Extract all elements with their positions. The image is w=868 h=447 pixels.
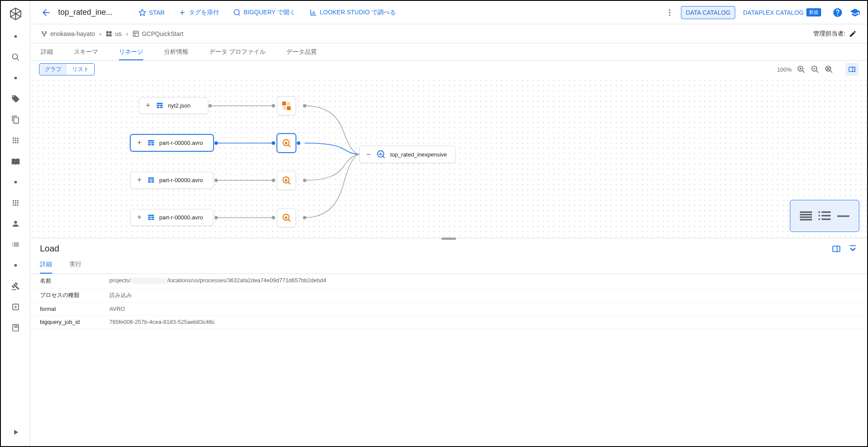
copy-icon[interactable] [10,114,21,125]
legend-list-icon[interactable] [819,211,831,221]
svg-rect-49 [833,246,840,251]
sidebar-dot-3[interactable] [10,177,21,187]
tag-icon[interactable] [10,94,21,104]
back-button[interactable] [37,4,55,21]
svg-point-23 [669,12,670,13]
node-label: part-r-00000.avro [159,177,203,183]
svg-point-27 [44,35,45,36]
tab-quality[interactable]: データ品質 [286,44,317,60]
tab-lineage[interactable]: リネージ [119,44,143,60]
source-node-1[interactable]: + part-r-00000.avro [130,134,214,151]
detail-tabs: 詳細 実行 [30,256,867,274]
fullscreen-icon[interactable] [845,63,858,76]
detail-row: bigquery_job_id 765fe006-257b-4cea-8183-… [30,316,867,329]
source-node-3[interactable]: + part-r-00000.avro [130,209,214,226]
svg-point-16 [13,204,14,206]
svg-point-5 [15,140,16,141]
svg-point-7 [13,142,14,143]
view-list-button[interactable]: リスト [67,64,94,75]
chevron-right-icon: › [126,30,128,37]
legend-line-icon[interactable] [837,211,849,221]
svg-point-0 [12,54,17,59]
view-graph-button[interactable]: グラフ [39,64,67,75]
source-node-0[interactable]: + nyt2.json [139,97,208,114]
collapse-panel-icon[interactable] [848,244,858,254]
zoom-reset-icon[interactable] [825,65,833,74]
star-button[interactable]: STAR [133,6,170,19]
looker-button[interactable]: LOOKER STUDIO で調べる [304,6,401,19]
search-icon[interactable] [10,52,21,62]
topbar: top_rated_ine... STAR タグを添付 BIGQUERY で開く… [30,1,867,24]
svg-point-12 [17,200,18,201]
open-side-icon[interactable] [832,244,841,254]
list-icon[interactable] [10,239,21,250]
breadcrumb-location[interactable]: us [105,30,122,37]
svg-rect-45 [822,215,831,217]
tab-details[interactable]: 詳細 [41,44,53,60]
edge-dot [297,141,300,145]
drag-handle[interactable] [441,238,456,240]
dataplex-catalog-tab[interactable]: DATAPLEX CATALOG新規 [739,6,825,19]
svg-rect-39 [800,214,812,215]
svg-point-8 [15,142,16,143]
process-node-3[interactable] [277,208,296,227]
book-icon[interactable] [10,156,21,166]
lineage-graph[interactable]: + nyt2.json + part-r-00000.avro [30,78,867,238]
gavel-icon[interactable] [10,281,21,291]
detail-row: format AVRO [30,303,867,316]
detail-tab-details[interactable]: 詳細 [40,256,52,274]
breadcrumb: enokawa-hayato › us › GCPQuickStart 管理担当… [30,24,867,43]
target-node[interactable]: − top_rated_inexpensive [359,146,456,163]
learn-icon[interactable] [850,7,860,18]
expand-icon[interactable]: + [136,213,143,222]
detail-table: 名前 projects//locations/us/processes/3632… [30,274,867,329]
expand-icon[interactable]: + [145,101,151,110]
expand-icon[interactable]: + [136,176,143,185]
sidebar [1,1,30,446]
bigquery-button[interactable]: BIGQUERY で開く [228,6,300,19]
process-node-2[interactable] [277,171,296,190]
breadcrumb-project[interactable]: enokawa-hayato [41,30,95,37]
tab-insights[interactable]: 分析情報 [164,44,188,60]
view-toggle: グラフ リスト [39,63,95,75]
edge-dot [303,179,306,182]
kebab-menu-icon[interactable] [662,5,677,20]
person-icon[interactable] [10,219,21,229]
tab-profile[interactable]: データ プロファイル [209,44,266,60]
expand-sidebar-icon[interactable] [10,427,21,437]
legend-dense-icon[interactable] [800,211,812,221]
process-node-1[interactable] [277,134,296,153]
collapse-icon[interactable]: − [365,150,372,159]
svg-rect-33 [853,67,855,72]
svg-point-4 [13,140,14,141]
svg-rect-47 [822,219,831,220]
svg-rect-44 [819,215,820,217]
edge-dot [214,216,218,219]
sidebar-dot-2[interactable] [10,73,21,83]
svg-point-11 [15,200,16,201]
expand-icon[interactable]: + [136,138,143,147]
bookmark-icon[interactable] [10,323,21,333]
help-icon[interactable] [832,7,843,18]
zoom-in-icon[interactable] [797,65,806,74]
process-node-0[interactable] [277,96,296,115]
breadcrumb-dataset[interactable]: GCPQuickStart [132,30,184,37]
detail-tab-runs[interactable]: 実行 [69,256,82,274]
zoom-out-icon[interactable] [811,65,819,74]
edit-icon[interactable] [849,30,857,38]
page-title: top_rated_ine... [58,8,112,17]
sidebar-dot-4[interactable] [10,260,21,271]
grid-icon[interactable] [10,135,21,146]
data-catalog-tab[interactable]: DATA CATALOG [681,6,735,19]
redacted-project [132,278,166,284]
addon-icon[interactable] [10,302,21,312]
grid-icon-2[interactable] [10,198,21,208]
svg-rect-42 [819,212,820,213]
tag-button[interactable]: タグを添付 [173,6,224,19]
tab-schema[interactable]: スキーマ [74,44,98,60]
sidebar-dot-1[interactable] [10,31,21,42]
svg-point-22 [669,9,670,10]
svg-point-10 [13,200,14,201]
source-node-2[interactable]: + part-r-00000.avro [130,172,214,189]
bigquery-icon [376,150,386,159]
